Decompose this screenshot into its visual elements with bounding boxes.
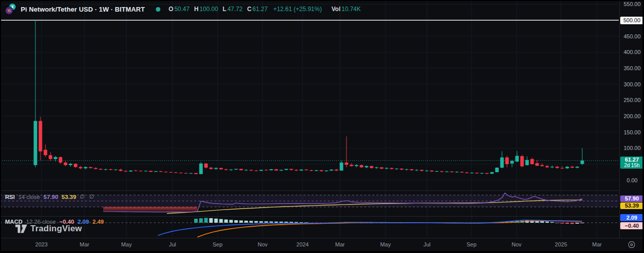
price-axis-label: 0.00 bbox=[620, 177, 644, 184]
time-axis[interactable]: 2023MarMayJulSepNov2024MarMayJulSepNov20… bbox=[0, 238, 644, 251]
rsi-empty-values: ∅ ∅ bbox=[80, 193, 96, 200]
macd-signal-value: 2.49 bbox=[93, 219, 104, 225]
ohlc-values: O50.47 H100.00 L47.72 C61.27 +12.61 (+25… bbox=[168, 6, 361, 13]
macd-axis-label: 2.09 bbox=[620, 214, 643, 221]
pi-network-logo-icon: π bbox=[5, 7, 13, 15]
macd-hist-value: −0.40 bbox=[59, 219, 74, 225]
chart-header[interactable]: ₮ π Pi Network/Tether USD · 1W · BITMART… bbox=[4, 4, 361, 15]
time-axis-label: Mar bbox=[592, 241, 602, 247]
time-axis-label: 2024 bbox=[296, 241, 309, 247]
price-axis[interactable]: 550.00450.00400.00350.00300.00250.00200.… bbox=[619, 0, 644, 238]
macd-params: 12 26 close bbox=[26, 219, 56, 225]
change-value: +12.61 (+25.91%) bbox=[273, 6, 322, 13]
time-axis-label: Sep bbox=[212, 241, 223, 247]
trading-chart-app: { "header": { "title": "Pi Network/Tethe… bbox=[0, 0, 644, 253]
time-axis-label: May bbox=[380, 241, 391, 247]
open-value: O50.47 bbox=[168, 6, 189, 13]
tradingview-logo-icon bbox=[15, 224, 27, 233]
time-axis-label: Mar bbox=[335, 241, 345, 247]
time-axis-label: 2023 bbox=[35, 241, 48, 247]
high-value: H100.00 bbox=[194, 6, 218, 13]
rsi-value: 57.90 bbox=[44, 194, 58, 200]
price-axis-label: 550.00 bbox=[620, 1, 644, 8]
price-axis-label: 350.00 bbox=[620, 65, 644, 72]
macd-title[interactable]: MACD bbox=[5, 219, 23, 225]
market-status-icon[interactable] bbox=[156, 7, 160, 12]
pane-separator-rsi-macd[interactable] bbox=[0, 216, 619, 217]
tradingview-watermark[interactable]: TradingView bbox=[15, 224, 82, 234]
macd-hist-axis-label: −0.40 bbox=[620, 222, 643, 229]
time-axis-label: Nov bbox=[511, 241, 522, 247]
low-value: L47.72 bbox=[223, 6, 242, 13]
rsi-ma-axis-label: 53.39 bbox=[620, 203, 643, 209]
rsi-ma-value: 53.39 bbox=[62, 194, 76, 200]
macd-legend[interactable]: MACD 12 26 close −0.40 2.09 2.49 bbox=[5, 219, 104, 225]
volume-value: Vol10.74K bbox=[331, 6, 361, 13]
axis-settings-gear-icon[interactable] bbox=[627, 240, 636, 249]
time-axis-label: Mar bbox=[80, 241, 90, 247]
pane-separator-main-rsi[interactable] bbox=[0, 190, 619, 191]
time-axis-label: Jul bbox=[169, 241, 176, 247]
tradingview-watermark-text: TradingView bbox=[30, 224, 82, 234]
price-axis-label: 300.00 bbox=[620, 81, 644, 88]
price-axis-label: 200.00 bbox=[620, 113, 644, 120]
time-axis-label: 2025 bbox=[555, 241, 567, 247]
close-value: C61.27 bbox=[247, 6, 268, 13]
rsi-title[interactable]: RSI bbox=[5, 194, 15, 200]
rsi-axis-label: 57.90 bbox=[620, 195, 643, 202]
chart-canvas[interactable] bbox=[0, 0, 619, 238]
price-axis-label: 250.00 bbox=[620, 96, 644, 104]
macd-line-value: 2.09 bbox=[77, 219, 89, 225]
price-axis-label: 100.00 bbox=[620, 144, 644, 151]
time-axis-label: May bbox=[121, 241, 132, 247]
last-price-label: 61.272d 15h bbox=[620, 157, 643, 169]
symbol-title[interactable]: Pi Network/Tether USD · 1W · BITMART bbox=[21, 6, 145, 13]
symbol-pair-logo: ₮ π bbox=[4, 4, 17, 15]
time-axis-label: Sep bbox=[466, 241, 477, 247]
price-line-label: 500.00 bbox=[620, 17, 643, 24]
rsi-legend[interactable]: RSI 14 close 57.90 53.39 ∅ ∅ bbox=[5, 193, 96, 200]
time-axis-label: Jul bbox=[423, 241, 431, 247]
time-axis-label: Nov bbox=[257, 241, 268, 247]
rsi-params: 14 close bbox=[18, 194, 40, 200]
price-axis-label: 150.00 bbox=[620, 129, 644, 136]
price-axis-label: 400.00 bbox=[620, 48, 644, 56]
price-axis-label: 450.00 bbox=[620, 33, 644, 40]
